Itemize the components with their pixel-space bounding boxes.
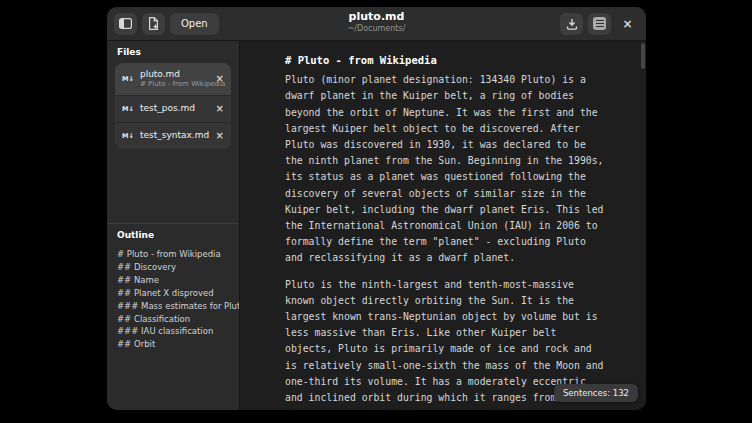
- file-list: M↓ pluto.md # Pluto - from Wikipedia × M…: [115, 63, 231, 149]
- outline-item-iau-classification[interactable]: ### IAU classification: [107, 325, 239, 338]
- close-file-icon[interactable]: ×: [216, 131, 224, 141]
- file-name: test_pos.md: [140, 103, 195, 114]
- file-row-pluto[interactable]: M↓ pluto.md # Pluto - from Wikipedia ×: [115, 63, 231, 95]
- file-subtitle: # Pluto - from Wikipedia: [140, 80, 210, 89]
- editor-pane: # Pluto - from Wikipedia Pluto (minor pl…: [240, 41, 646, 410]
- window-title-block: pluto.md ~/Documents/: [348, 10, 406, 34]
- window-title: pluto.md: [348, 10, 406, 24]
- app-window: Open pluto.md ~/Documents/: [107, 7, 646, 410]
- outline-item-classification[interactable]: ## Classification: [107, 313, 239, 326]
- new-document-icon: [148, 17, 159, 30]
- titlebar: Open pluto.md ~/Documents/: [107, 7, 646, 41]
- window-body: Files M↓ pluto.md # Pluto - from Wikiped…: [107, 41, 646, 410]
- outline-list: # Pluto - from Wikipedia ## Discovery ##…: [107, 245, 239, 351]
- markdown-editor-text[interactable]: # Pluto - from Wikipedia Pluto (minor pl…: [240, 41, 611, 406]
- titlebar-left-group: Open: [114, 13, 219, 35]
- sentences-count-badge: Sentences: 132: [554, 384, 638, 402]
- file-texts: test_syntax.md: [140, 130, 209, 141]
- open-button[interactable]: Open: [170, 13, 219, 35]
- main-menu-button[interactable]: [588, 13, 611, 35]
- close-window-button[interactable]: ×: [616, 13, 639, 35]
- outline-item-name[interactable]: ## Name: [107, 274, 239, 287]
- close-file-icon[interactable]: ×: [216, 74, 224, 84]
- outline-item-mass-estimates[interactable]: ### Mass estimates for Pluto: [107, 300, 239, 313]
- doc-paragraph-1: Pluto (minor planet designation: 134340 …: [285, 72, 609, 266]
- outline-section: Outline # Pluto - from Wikipedia ## Disc…: [107, 223, 239, 351]
- new-document-button[interactable]: [142, 13, 165, 35]
- window-subtitle: ~/Documents/: [348, 24, 406, 34]
- desktop-background: Open pluto.md ~/Documents/: [0, 0, 752, 423]
- markdown-file-icon: M↓: [122, 105, 134, 113]
- titlebar-right-group: ×: [560, 13, 639, 35]
- outline-item-orbit[interactable]: ## Orbit: [107, 338, 239, 351]
- outline-item-title[interactable]: # Pluto - from Wikipedia: [107, 248, 239, 261]
- toggle-sidebar-button[interactable]: [114, 13, 137, 35]
- file-name: test_syntax.md: [140, 130, 209, 141]
- doc-heading: # Pluto - from Wikipedia: [285, 52, 611, 68]
- outline-item-discovery[interactable]: ## Discovery: [107, 261, 239, 274]
- file-texts: test_pos.md: [140, 103, 195, 114]
- file-texts: pluto.md # Pluto - from Wikipedia: [140, 69, 210, 89]
- menu-icon: [593, 17, 606, 30]
- outline-item-planet-x[interactable]: ## Planet X disproved: [107, 287, 239, 300]
- file-name: pluto.md: [140, 69, 210, 80]
- file-row-test-syntax[interactable]: M↓ test_syntax.md ×: [115, 122, 231, 149]
- close-file-icon[interactable]: ×: [216, 104, 224, 114]
- save-button[interactable]: [560, 13, 583, 35]
- sidebar: Files M↓ pluto.md # Pluto - from Wikiped…: [107, 41, 240, 410]
- save-download-icon: [566, 18, 578, 30]
- markdown-file-icon: M↓: [122, 132, 134, 140]
- close-icon: ×: [622, 18, 632, 30]
- outline-header: Outline: [107, 224, 239, 245]
- markdown-file-icon: M↓: [122, 75, 134, 83]
- file-row-test-pos[interactable]: M↓ test_pos.md ×: [115, 95, 231, 122]
- editor-scrollbar[interactable]: [641, 43, 645, 69]
- files-header: Files: [107, 41, 239, 62]
- sidebar-toggle-icon: [119, 18, 132, 29]
